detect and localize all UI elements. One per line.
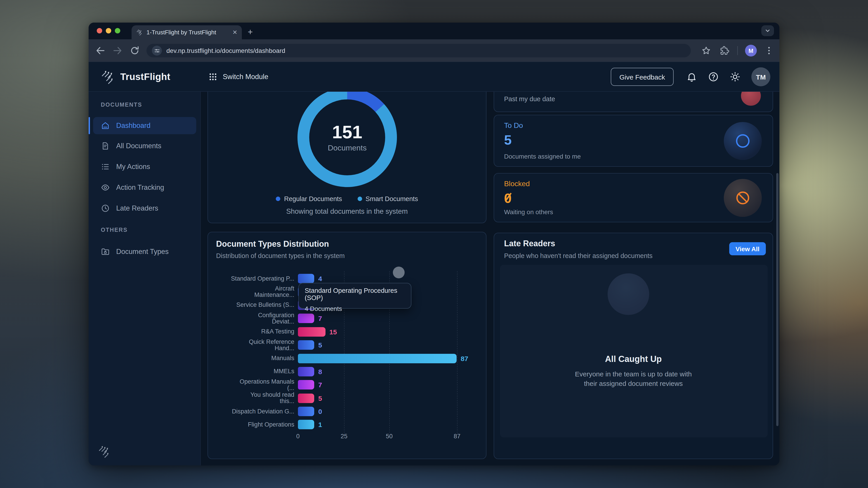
home-icon xyxy=(101,121,110,130)
sidebar-item-all-documents[interactable]: All Documents xyxy=(93,137,196,155)
chart-category-label: AircraftMaintenance... xyxy=(213,286,294,298)
chart-bar-value: 7 xyxy=(318,315,322,322)
minimize-window-button[interactable] xyxy=(106,28,111,33)
sidebar-item-my-actions[interactable]: My Actions xyxy=(93,158,196,175)
documents-donut-chart[interactable]: 151 Documents xyxy=(298,92,397,187)
sidebar-item-label: Dashboard xyxy=(116,122,151,130)
chart-row: ConfigurationDeviat... 7 xyxy=(208,312,486,325)
donut-legend: Regular Documents Smart Documents xyxy=(208,195,486,202)
late-readers-title: Late Readers xyxy=(504,239,555,249)
chart-bar[interactable] xyxy=(298,420,314,429)
back-icon[interactable] xyxy=(95,45,106,56)
todo-card[interactable]: To Do 5 Documents assigned to me xyxy=(494,115,773,167)
todo-value: 5 xyxy=(504,132,512,148)
folder-lock-icon xyxy=(101,247,110,256)
browser-menu-icon[interactable] xyxy=(764,46,774,56)
document-types-distribution-card: Document Types Distribution Distribution… xyxy=(208,232,487,459)
past-due-icon xyxy=(741,92,761,106)
close-window-button[interactable] xyxy=(97,28,102,33)
sidebar-footer-logo-icon xyxy=(98,445,111,458)
url-bar[interactable]: dev.np.trustflight.io/documents/dashboar… xyxy=(147,44,691,57)
chart-row: Operations Manuals(... 7 xyxy=(208,378,486,392)
extensions-icon[interactable] xyxy=(719,46,729,56)
chart-bar[interactable] xyxy=(298,393,314,403)
prohibition-icon xyxy=(735,190,751,206)
scrollbar-thumb[interactable] xyxy=(776,173,778,426)
chart-row: Dispatch Deviation G... 0 xyxy=(208,405,486,418)
chart-category-label: You should readthis... xyxy=(213,392,294,404)
chart-bar[interactable] xyxy=(298,367,314,377)
blocked-card[interactable]: Blocked 0 Waiting on others xyxy=(494,173,773,222)
chart-bar[interactable] xyxy=(298,380,314,390)
chart-category-label: MMELs xyxy=(213,368,294,375)
app-header: TrustFlight Switch Module Give Feedback xyxy=(89,62,779,92)
give-feedback-button[interactable]: Give Feedback xyxy=(611,68,674,86)
browser-tab[interactable]: 1-TrustFlight by TrustFlight ✕ xyxy=(131,25,242,39)
blocked-icon-blob xyxy=(724,179,762,217)
chart-row: You should readthis... 5 xyxy=(208,392,486,405)
reload-icon[interactable] xyxy=(129,45,140,56)
site-info-button[interactable] xyxy=(152,46,162,56)
sidebar-item-label: Document Types xyxy=(116,248,168,256)
switch-module-button[interactable]: Switch Module xyxy=(208,72,268,81)
chart-bar[interactable] xyxy=(298,274,314,283)
x-tick: 50 xyxy=(386,433,393,440)
browser-profile-avatar[interactable]: M xyxy=(745,45,757,57)
tab-close-icon[interactable]: ✕ xyxy=(232,29,237,36)
list-icon xyxy=(101,162,110,171)
chart-bar[interactable] xyxy=(298,314,314,323)
late-readers-card: Late Readers People who haven't read the… xyxy=(494,233,773,459)
sidebar-section-others: OTHERS xyxy=(101,227,128,233)
all-caught-up-line1: Everyone in the team is up to date with xyxy=(494,370,773,378)
blocked-subtitle: Waiting on others xyxy=(504,208,553,216)
chart-bar[interactable] xyxy=(298,354,457,363)
all-caught-up-title: All Caught Up xyxy=(494,354,773,364)
help-icon[interactable] xyxy=(708,71,719,82)
bookmark-star-icon[interactable] xyxy=(701,46,711,56)
chart-bar[interactable] xyxy=(298,327,325,337)
clock-icon xyxy=(101,204,110,213)
sidebar-item-late-readers[interactable]: Late Readers xyxy=(93,200,196,217)
chart-category-label: Quick ReferenceHand... xyxy=(213,339,294,351)
sidebar-item-label: Late Readers xyxy=(116,204,158,213)
header-actions: Give Feedback TM xyxy=(611,62,779,92)
browser-window: 1-TrustFlight by TrustFlight ✕ + xyxy=(89,23,779,465)
x-axis: 0 25 50 87 xyxy=(208,433,486,442)
chart-bar-value: 87 xyxy=(461,355,468,362)
legend-label: Smart Documents xyxy=(366,195,418,202)
sidebar-item-action-tracking[interactable]: Action Tracking xyxy=(93,179,196,196)
chart-bar[interactable] xyxy=(298,340,314,350)
zoom-window-button[interactable] xyxy=(115,28,120,33)
sidebar-section-documents: DOCUMENTS xyxy=(101,102,142,108)
chart-tooltip: Standard Operating Procedures (SOP) 4 Do… xyxy=(298,283,411,308)
notifications-bell-icon[interactable] xyxy=(686,71,697,82)
tab-search-button[interactable] xyxy=(761,25,774,36)
toolbar-right: M xyxy=(701,39,779,62)
sidebar-item-dashboard[interactable]: Dashboard xyxy=(93,117,196,134)
browser-toolbar: dev.np.trustflight.io/documents/dashboar… xyxy=(89,39,779,62)
theme-sun-icon[interactable] xyxy=(730,71,741,82)
view-all-button[interactable]: View All xyxy=(729,242,766,255)
forward-icon[interactable] xyxy=(112,45,123,56)
window-controls xyxy=(97,28,120,33)
x-tick: 25 xyxy=(341,433,347,440)
chart-category-label: Flight Operations xyxy=(213,422,294,428)
brand-name: TrustFlight xyxy=(120,71,170,82)
legend-dot-smart xyxy=(358,197,362,201)
legend-item-smart[interactable]: Smart Documents xyxy=(358,195,418,202)
chart-category-label: Standard Operating P... xyxy=(213,275,294,282)
sidebar-item-document-types[interactable]: Document Types xyxy=(93,243,196,260)
user-avatar[interactable]: TM xyxy=(751,67,770,86)
chart-bar-value: 5 xyxy=(318,394,322,402)
tab-favicon xyxy=(136,29,143,36)
distribution-title: Document Types Distribution xyxy=(216,239,345,249)
eye-icon xyxy=(101,183,110,192)
x-tick: 87 xyxy=(454,433,460,440)
legend-item-regular[interactable]: Regular Documents xyxy=(276,195,342,202)
circle-icon xyxy=(736,134,749,148)
donut-center: 151 Documents xyxy=(309,99,385,175)
new-tab-button[interactable]: + xyxy=(248,26,253,38)
switch-module-label: Switch Module xyxy=(223,72,268,80)
total-documents-value: 151 xyxy=(332,122,362,142)
chart-bar[interactable] xyxy=(298,407,314,416)
